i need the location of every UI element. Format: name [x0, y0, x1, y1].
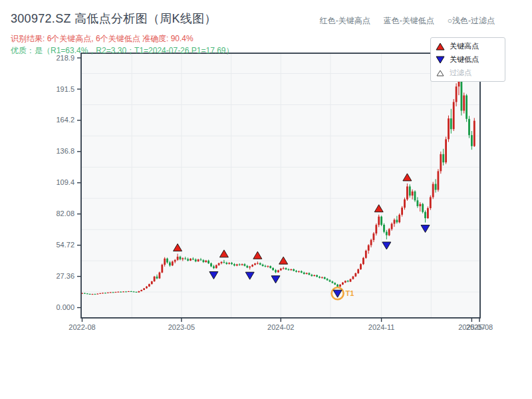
legend-label: 过滤点 — [450, 68, 471, 78]
svg-text:2024-02: 2024-02 — [267, 323, 294, 331]
svg-text:164.2: 164.2 — [56, 116, 74, 124]
svg-text:54.72: 54.72 — [56, 241, 74, 249]
blue-down-triangle-icon — [436, 56, 445, 64]
chart-legend: 关键高点 关键低点 过滤点 — [430, 37, 505, 82]
legend-item-key-low: 关键低点 — [436, 55, 499, 65]
svg-text:2022-08: 2022-08 — [68, 323, 95, 331]
caption-key-high: 红色-关键高点 — [320, 15, 370, 27]
caption-filter-point: ○浅色-过滤点 — [448, 15, 495, 27]
open-up-triangle-icon — [436, 69, 445, 77]
legend-item-filter-point: 过滤点 — [436, 68, 499, 78]
red-up-triangle-icon — [436, 43, 445, 51]
caption-key-low: 蓝色-关键低点 — [384, 15, 434, 27]
y-axis: 0.00027.3654.7282.08109.4136.8164.2191.5… — [56, 54, 81, 312]
kline-analysis-page: 0.00027.3654.7282.08109.4136.8164.2191.5… — [0, 0, 532, 399]
svg-text:191.5: 191.5 — [56, 85, 74, 93]
page-title: 300972.SZ 高低点分析图（周K线图） — [11, 11, 217, 27]
svg-text:82.08: 82.08 — [56, 209, 74, 217]
quality-summary-text: 优质：是（R1=63.4%，R2=3.30；T1=2024-07-26 P1=1… — [11, 45, 234, 57]
color-caption-row: 红色-关键高点 蓝色-关键低点 ○浅色-过滤点 — [320, 15, 495, 27]
svg-text:0.000: 0.000 — [56, 303, 74, 311]
t1-label: T1 — [346, 289, 354, 297]
recognition-result-text: 识别结果: 6个关键高点, 6个关键低点 准确度: 90.4% — [11, 33, 194, 45]
x-axis: 2022-082023-052024-022024-112025-072025-… — [68, 318, 493, 331]
svg-text:2025-08: 2025-08 — [466, 323, 493, 331]
svg-text:136.8: 136.8 — [56, 147, 74, 155]
svg-text:109.4: 109.4 — [56, 178, 74, 186]
svg-text:2024-11: 2024-11 — [368, 323, 395, 331]
svg-text:2023-05: 2023-05 — [168, 323, 195, 331]
svg-text:27.36: 27.36 — [56, 272, 74, 280]
legend-label: 关键低点 — [450, 55, 479, 65]
legend-label: 关键高点 — [450, 41, 479, 51]
legend-item-key-high: 关键高点 — [436, 41, 499, 51]
